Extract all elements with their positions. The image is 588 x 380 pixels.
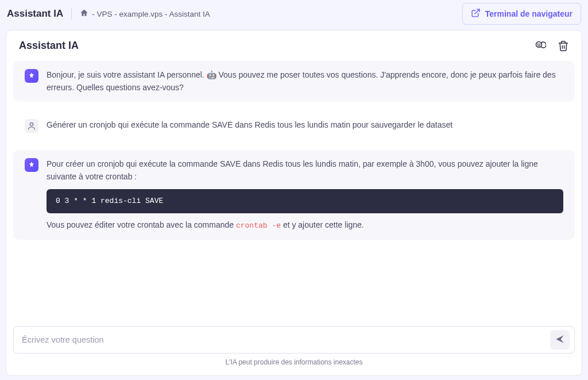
conversation: Bonjour, je suis votre assistant IA pers… (6, 57, 582, 326)
panel-title: Assistant IA (19, 40, 79, 52)
main-panel: Assistant IA (6, 30, 582, 376)
breadcrumb[interactable]: - VPS - example.vps - Assistant IA (80, 9, 210, 19)
inline-code: crontab -e (236, 221, 281, 230)
svg-point-4 (30, 123, 33, 126)
message-text-after: Vous pouvez éditer votre crontab avec la… (47, 219, 563, 232)
svg-point-2 (537, 44, 538, 44)
top-bar-left: Assistant IA - VPS - example.vps - Assis… (7, 7, 210, 20)
ai-avatar-icon (25, 69, 38, 83)
divider (71, 7, 72, 20)
question-input[interactable] (22, 331, 544, 349)
terminal-button-label: Terminal de navigateur (485, 9, 572, 18)
breadcrumb-text: - VPS - example.vps - Assistant IA (92, 10, 210, 18)
ai-avatar-icon (25, 158, 38, 172)
panel-header: Assistant IA (6, 30, 582, 57)
message-ai: Bonjour, je suis votre assistant IA pers… (13, 61, 575, 102)
message-text: Pour créer un cronjob qui exécute la com… (47, 158, 563, 183)
user-avatar-icon (25, 119, 38, 133)
external-link-icon (471, 8, 481, 20)
message-ai: Pour créer un cronjob qui exécute la com… (13, 150, 575, 240)
terminal-navigator-button[interactable]: Terminal de navigateur (462, 3, 581, 25)
home-icon (80, 9, 88, 19)
delete-button[interactable] (558, 40, 569, 52)
message-body: Pour créer un cronjob qui exécute la com… (47, 158, 563, 232)
send-icon (555, 334, 565, 346)
page-title: Assistant IA (7, 8, 63, 20)
panel-actions (535, 40, 569, 52)
message-user: Générer un cronjob qui exécute la comman… (13, 111, 575, 141)
message-text: Générer un cronjob qui exécute la comman… (47, 119, 563, 132)
feedback-button[interactable] (535, 40, 546, 52)
input-area: L'IA peut produire des informations inex… (6, 326, 582, 375)
input-row (13, 326, 575, 354)
message-text: Bonjour, je suis votre assistant IA pers… (47, 69, 563, 94)
disclaimer-text: L'IA peut produire des informations inex… (13, 354, 575, 372)
code-block[interactable]: 0 3 * * 1 redis-cli SAVE (47, 189, 563, 213)
top-bar: Assistant IA - VPS - example.vps - Assis… (0, 0, 588, 28)
svg-line-0 (475, 9, 479, 14)
svg-point-3 (540, 44, 540, 44)
send-button[interactable] (550, 330, 570, 350)
